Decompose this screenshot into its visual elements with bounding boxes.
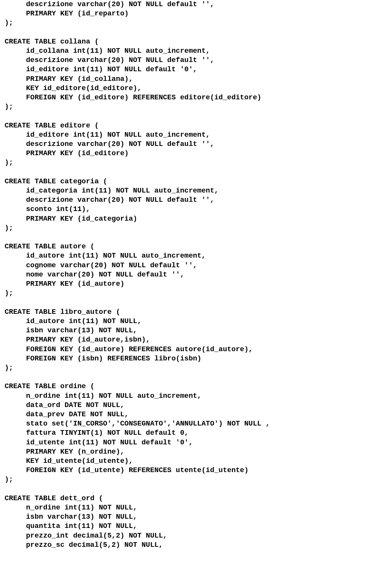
sql-code-block: descrizione varchar(20) NOT NULL default… xyxy=(0,0,370,554)
